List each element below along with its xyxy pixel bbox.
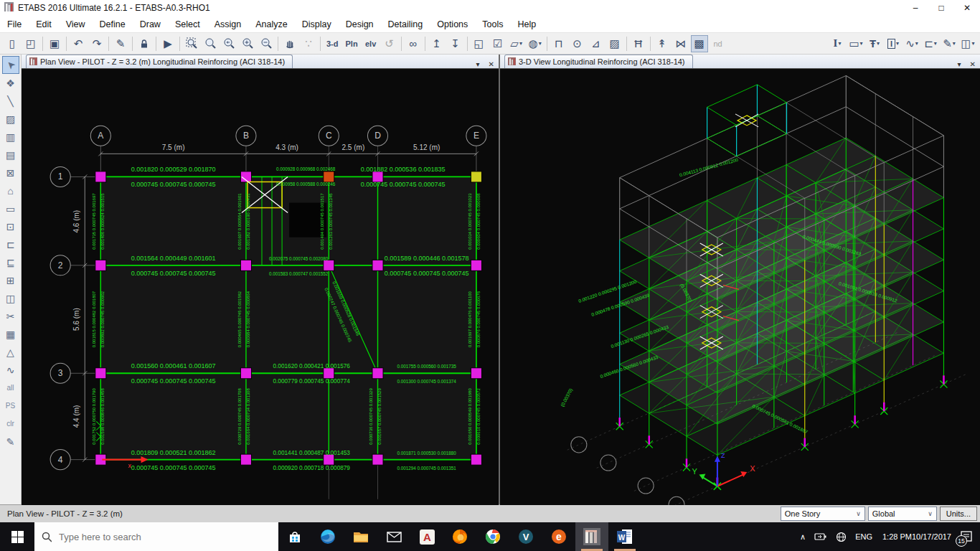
tray-chevron-icon[interactable]: ∧ <box>796 522 810 551</box>
display-options-button[interactable]: ∞ <box>405 35 422 52</box>
draw-ramp-button[interactable]: ⊿ <box>588 35 605 52</box>
restore-full-view-button[interactable] <box>202 35 219 52</box>
draw-grid-button[interactable]: ▦ <box>2 325 19 343</box>
network-globe-icon[interactable] <box>831 522 851 551</box>
new-model-button[interactable]: ▯ <box>4 35 21 52</box>
threed-canvas[interactable]: XYZ 0.001220 0.000295 0.001200 0.000478 … <box>500 69 980 505</box>
threed-tab-close-icon[interactable]: ✕ <box>966 60 980 68</box>
zoom-out-button[interactable] <box>258 35 275 52</box>
language-indicator[interactable]: ENG <box>851 522 877 551</box>
ibeam-section-button[interactable]: I▾ <box>885 35 902 52</box>
walkthrough-button[interactable]: ∵ <box>300 35 317 52</box>
object-view-button[interactable]: ◍▾ <box>527 35 544 52</box>
reshape-button[interactable]: ❖ <box>2 74 19 92</box>
elevation-view-button[interactable]: elv <box>362 35 380 52</box>
clear-selection-button[interactable]: clr <box>2 415 19 433</box>
menu-item-define[interactable]: Define <box>93 17 133 32</box>
taskbar-e-app-icon[interactable]: e <box>542 522 575 551</box>
save-model-button[interactable]: ▣ <box>46 35 63 52</box>
taskbar-chrome-icon[interactable] <box>476 522 509 551</box>
truss-section-button[interactable]: ∿▾ <box>903 35 920 52</box>
move-down-story-button[interactable]: ↧ <box>447 35 464 52</box>
menu-item-tools[interactable]: Tools <box>475 17 510 32</box>
draw-wall-stack-button[interactable]: ⊑ <box>2 253 19 271</box>
draw-tower-button[interactable]: △ <box>2 343 19 361</box>
taskbar-edge-icon[interactable] <box>311 522 344 551</box>
taskbar-firefox-icon[interactable] <box>443 522 476 551</box>
draw-poly-area-button[interactable]: ⌂ <box>2 182 19 199</box>
menu-item-detailing[interactable]: Detailing <box>381 17 430 32</box>
pan-button[interactable] <box>281 35 298 52</box>
draw-pen-button[interactable]: ✎▾ <box>941 35 958 52</box>
clock[interactable]: 1:28 PM 10/17/2017 <box>877 522 957 551</box>
tab-3d-view[interactable]: 3-D View Longitudinal Reinforcing (ACI 3… <box>504 55 693 68</box>
i-section-button[interactable]: I▾ <box>829 35 846 52</box>
edit-button[interactable]: ✎ <box>112 35 129 52</box>
point-load-button[interactable]: ↟ <box>654 35 671 52</box>
quick-draw-column-button[interactable]: ▥ <box>2 128 19 146</box>
lock-model-button[interactable] <box>136 35 153 52</box>
frame-property-button[interactable]: Ħ <box>630 35 647 52</box>
tab-plan-view[interactable]: Plan View - PILOT - Z = 3.2 (m) Longitud… <box>26 55 293 68</box>
taskbar-v-app-icon[interactable]: V <box>509 522 542 551</box>
menu-item-select[interactable]: Select <box>168 17 207 32</box>
rotate-view-button[interactable]: ↺ <box>381 35 398 52</box>
plan-slab[interactable] <box>100 176 476 459</box>
taskbar-mail-icon[interactable] <box>377 522 410 551</box>
plan-tab-dropdown-icon[interactable]: ▾ <box>472 60 484 68</box>
menu-item-help[interactable]: Help <box>511 17 544 32</box>
select-pointer-button[interactable]: ➤ <box>2 56 19 74</box>
3d-view-button[interactable]: 3-d <box>324 35 341 52</box>
quick-draw-beam-button[interactable]: ▤ <box>2 146 19 164</box>
quick-draw-brace-button[interactable]: ▨ <box>2 110 19 128</box>
draw-wall-button[interactable]: ⊏ <box>2 235 19 253</box>
draw-door-button[interactable]: ◫ <box>2 289 19 307</box>
menu-item-draw[interactable]: Draw <box>133 17 168 32</box>
taskbar-explorer-icon[interactable] <box>344 522 377 551</box>
battery-icon[interactable] <box>810 522 831 551</box>
check-model-button[interactable]: ☑ <box>489 35 507 52</box>
close-button[interactable]: ✕ <box>954 3 980 13</box>
window-select-button[interactable]: ◱ <box>471 35 488 52</box>
menu-item-analyze[interactable]: Analyze <box>248 17 294 32</box>
wall-panel-button[interactable]: ◫▾ <box>959 35 976 52</box>
story-selector[interactable]: One Story∨ <box>781 507 865 521</box>
truss-button[interactable]: ⋈ <box>672 35 689 52</box>
run-analysis-button[interactable]: ▶ <box>159 35 176 52</box>
menu-item-edit[interactable]: Edit <box>29 17 59 32</box>
minimize-button[interactable]: – <box>903 3 928 13</box>
taskbar-etabs-icon[interactable] <box>575 522 608 551</box>
search-input[interactable] <box>57 531 271 543</box>
plan-canvas[interactable]: A B C D E 1 2 3 4 7.5 (m) <box>22 69 499 505</box>
menu-item-file[interactable]: File <box>0 17 29 32</box>
previous-zoom-button[interactable] <box>220 35 237 52</box>
maximize-button[interactable]: □ <box>928 3 954 13</box>
edit-selection-button[interactable]: ✎ <box>2 433 19 451</box>
quick-draw-xbrace-button[interactable]: ⊠ <box>2 164 19 182</box>
menu-item-assign[interactable]: Assign <box>207 17 249 32</box>
draw-wall-button[interactable]: ▨ <box>606 35 623 52</box>
plan-view-button[interactable]: Pln <box>343 35 361 52</box>
threed-tab-dropdown-icon[interactable]: ▾ <box>953 60 966 68</box>
draw-joint-button[interactable]: ⊙ <box>569 35 586 52</box>
zoom-in-button[interactable] <box>239 35 256 52</box>
rubber-band-zoom-button[interactable] <box>183 35 200 52</box>
redo-button[interactable]: ↷ <box>88 35 105 52</box>
undo-button[interactable]: ↶ <box>70 35 87 52</box>
open-model-button[interactable]: ◰ <box>22 35 39 52</box>
draw-rect-area-button[interactable]: ▭ <box>2 199 19 217</box>
select-all-button[interactable]: all <box>2 379 19 397</box>
coord-system-selector[interactable]: Global∨ <box>868 507 937 521</box>
taskbar-autocad-icon[interactable]: A <box>410 522 443 551</box>
plan-tab-close-icon[interactable]: ✕ <box>484 60 499 68</box>
draw-point-area-button[interactable]: ⊡ <box>2 217 19 235</box>
previous-selection-button[interactable]: PS <box>2 397 19 415</box>
menu-item-view[interactable]: View <box>59 17 93 32</box>
threed-model[interactable]: XYZ <box>567 75 969 504</box>
units-button[interactable]: Units... <box>940 507 977 521</box>
taskbar-store-icon[interactable] <box>278 522 311 551</box>
draw-portal-button[interactable]: ⊓ <box>550 35 567 52</box>
mesh-slab-button[interactable]: ▩ <box>691 35 708 52</box>
draw-window-button[interactable]: ⊞ <box>2 271 19 289</box>
rect-section-button[interactable]: ▭▾ <box>847 35 864 52</box>
